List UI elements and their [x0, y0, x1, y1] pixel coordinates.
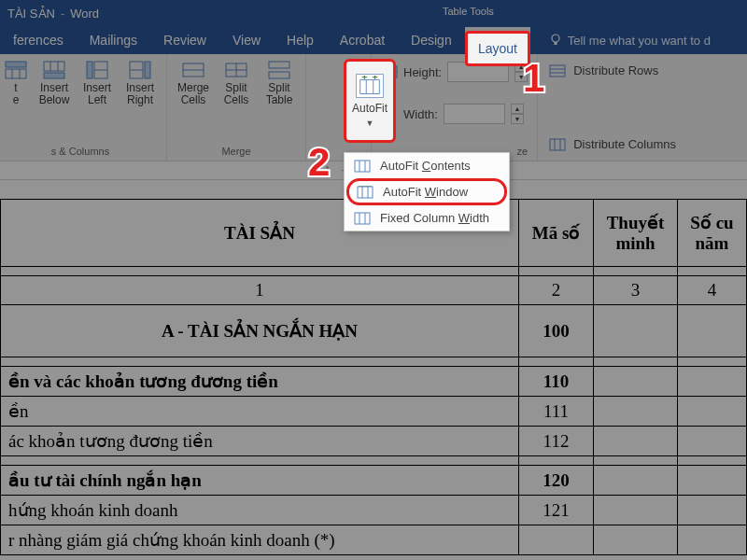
lightbulb-icon — [549, 34, 562, 47]
col-header-note: Thuyết minh — [594, 200, 678, 267]
insert-below-icon — [42, 60, 66, 80]
group-cell-size: Height: ▲▼ Width: ▲▼ ze — [372, 54, 538, 161]
title-sep: - — [61, 7, 64, 21]
split-table-label: Split Table — [266, 82, 293, 106]
callout-step-1: 1 — [523, 56, 544, 101]
table-row: ác khoản tương đương tiền — [1, 427, 519, 456]
autofit-contents-icon — [354, 160, 371, 173]
tell-me-placeholder: Tell me what you want to d — [568, 34, 711, 48]
tell-me-search[interactable]: Tell me what you want to d — [549, 34, 711, 48]
col-header-amount: Số cu năm — [678, 200, 747, 267]
table-row: ền và các khoản tương đương tiền — [1, 367, 519, 397]
autofit-dropdown-menu: AutoFit Contents AutoFit Window Fixed Co… — [344, 152, 510, 231]
distribute-columns-icon — [549, 138, 566, 151]
distribute-columns-button[interactable]: Distribute Columns — [549, 137, 676, 151]
insert-right-button[interactable]: Insert Right — [120, 58, 161, 108]
insert-below-label: Insert Below — [39, 82, 70, 106]
distribute-columns-label: Distribute Columns — [573, 137, 676, 151]
insert-above-icon — [4, 60, 28, 80]
distribute-rows-label: Distribute Rows — [573, 63, 658, 77]
width-spinner[interactable]: ▲▼ — [511, 104, 524, 124]
merge-cells-label: Merge Cells — [177, 82, 209, 106]
svg-rect-2 — [6, 69, 26, 78]
insert-left-label: Insert Left — [83, 82, 111, 106]
merge-cells-button[interactable]: Merge Cells — [173, 58, 214, 108]
autofit-window-icon — [357, 186, 374, 199]
merge-cells-icon — [181, 60, 205, 80]
group-rows-columns-label: s & Columns — [0, 146, 161, 159]
dropdown-arrow-icon: ▼ — [366, 119, 374, 128]
col-header-code: Mã số — [519, 200, 594, 267]
autofit-label: AutoFit — [352, 102, 388, 115]
table-row: ầu tư tài chính ngắn hạn — [1, 466, 519, 496]
tab-acrobat[interactable]: Acrobat — [327, 27, 398, 53]
split-table-button[interactable]: Split Table — [259, 58, 300, 108]
height-input[interactable] — [447, 62, 509, 82]
group-merge-label: Merge — [173, 146, 300, 159]
app-name: Word — [70, 7, 99, 21]
tab-design[interactable]: Design — [398, 27, 465, 53]
document-area: TÀI SẢN Mã số Thuyết minh Số cu năm 1 2 … — [0, 180, 747, 555]
split-cells-label: Split Cells — [224, 82, 249, 106]
balance-sheet-table[interactable]: TÀI SẢN Mã số Thuyết minh Số cu năm 1 2 … — [0, 199, 747, 555]
contextual-tab-label: Table Tools — [430, 0, 507, 22]
document-title: TÀI SẢN — [7, 7, 55, 21]
ribbon-tab-strip: ferences Mailings Review View Help Acrob… — [0, 26, 747, 54]
tab-references[interactable]: ferences — [0, 27, 77, 53]
tab-layout[interactable]: Layout — [465, 27, 530, 53]
split-table-icon — [267, 60, 291, 80]
split-cells-icon — [224, 60, 248, 80]
svg-rect-39 — [358, 187, 373, 198]
tab-view[interactable]: View — [219, 27, 274, 53]
insert-right-label: Insert Right — [126, 82, 154, 106]
table-row: r nhàng giám giá chứng khoán kinh doanh … — [1, 525, 519, 555]
group-rows-columns: t e Insert Below Insert Left Insert Righ… — [0, 54, 167, 161]
svg-rect-5 — [6, 62, 26, 67]
fixed-width-icon — [354, 212, 371, 225]
svg-rect-12 — [87, 62, 92, 78]
menu-autofit-contents[interactable]: AutoFit Contents — [345, 153, 509, 178]
tab-help[interactable]: Help — [274, 27, 327, 53]
svg-rect-15 — [145, 62, 150, 78]
distribute-rows-button[interactable]: Distribute Rows — [549, 63, 676, 77]
insert-below-button[interactable]: Insert Below — [34, 58, 75, 108]
autofit-button[interactable]: AutoFit ▼ — [344, 59, 396, 143]
section-a-label: A - TÀI SẢN NGẮN HẠN — [1, 305, 519, 357]
menu-autofit-window[interactable]: AutoFit Window — [346, 178, 507, 205]
group-distribute: Distribute Rows Distribute Columns — [538, 54, 687, 161]
callout-step-2: 2 — [308, 140, 330, 185]
svg-rect-22 — [269, 72, 289, 78]
insert-right-icon — [128, 60, 152, 80]
svg-rect-33 — [360, 80, 380, 94]
tab-review[interactable]: Review — [150, 27, 219, 53]
insert-above-label: t e — [13, 82, 20, 106]
width-input[interactable] — [444, 104, 505, 124]
tab-mailings[interactable]: Mailings — [77, 27, 150, 53]
svg-point-0 — [552, 35, 559, 42]
group-merge: Merge Cells Split Cells Split Table Merg… — [167, 54, 306, 161]
table-row: ền — [1, 397, 519, 427]
insert-left-button[interactable]: Insert Left — [77, 58, 118, 108]
svg-rect-30 — [550, 139, 565, 150]
menu-fixed-column-width[interactable]: Fixed Column Width — [345, 205, 509, 231]
menu-item-label: AutoFit Contents — [380, 159, 471, 173]
title-bar: TÀI SẢN - Word Table Tools — [0, 0, 747, 26]
svg-rect-27 — [550, 65, 565, 77]
index-cell: 1 — [1, 276, 519, 305]
split-cells-button[interactable]: Split Cells — [216, 58, 257, 108]
height-label: Height: — [403, 65, 442, 79]
table-row: hứng khoán kinh doanh — [1, 496, 519, 525]
svg-rect-42 — [355, 213, 370, 224]
svg-rect-36 — [355, 161, 370, 172]
insert-above-button[interactable]: t e — [0, 58, 32, 108]
autofit-icon — [356, 74, 384, 98]
distribute-rows-icon — [549, 64, 566, 77]
menu-item-label: Fixed Column Width — [380, 211, 489, 225]
width-label: Width: — [403, 107, 438, 121]
svg-rect-6 — [44, 62, 64, 71]
svg-rect-21 — [269, 62, 289, 68]
insert-left-icon — [85, 60, 109, 80]
svg-rect-1 — [554, 42, 557, 45]
menu-item-label: AutoFit Window — [383, 185, 468, 199]
svg-rect-9 — [44, 73, 64, 78]
